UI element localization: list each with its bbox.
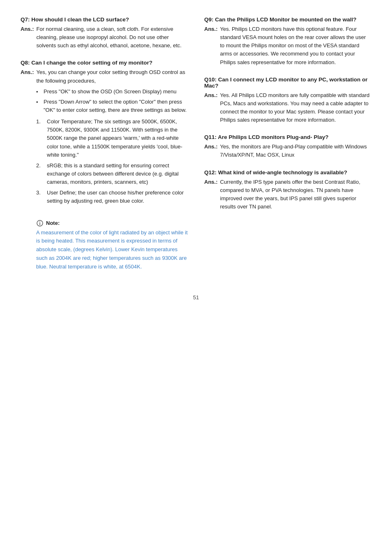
bullet-text-2: Press "Down Arrow" to select the option … bbox=[44, 98, 188, 114]
q11-text: Q11: Are Philips LCD monitors Plug-and- … bbox=[204, 134, 329, 140]
page-number: 51 bbox=[21, 294, 371, 301]
q8-text: Q8: Can I change the color setting of my… bbox=[21, 60, 152, 66]
q8-bullet-list: • Press "OK" to show the OSD (On Screen … bbox=[36, 88, 188, 114]
q8-numbered-list: 1. Color Temperature; The six settings a… bbox=[36, 118, 188, 205]
q12-answer-label: Ans.: bbox=[204, 178, 218, 211]
num-1: 1. bbox=[36, 118, 44, 159]
bullet-dot-2: • bbox=[36, 98, 41, 114]
bullet-dot-1: • bbox=[36, 88, 41, 96]
q12-question: Q12: What kind of wide-angle technology … bbox=[204, 169, 371, 176]
q11-question: Q11: Are Philips LCD monitors Plug-and- … bbox=[204, 134, 371, 140]
bullet-text-1: Press "OK" to show the OSD (On Screen Di… bbox=[44, 88, 177, 96]
q7-answer-label: Ans.: bbox=[21, 25, 34, 50]
right-column: Q9: Can the Philips LCD Monitor be mount… bbox=[204, 16, 371, 278]
q10-text: Q10: Can I connect my LCD monitor to any… bbox=[204, 76, 371, 89]
numbered-text-2: sRGB; this is a standard setting for ens… bbox=[47, 162, 188, 186]
numbered-item-2: 2. sRGB; this is a standard setting for … bbox=[36, 162, 188, 186]
q9-block: Q9: Can the Philips LCD Monitor be mount… bbox=[204, 16, 371, 69]
note-text: A measurement of the color of light radi… bbox=[36, 229, 188, 271]
q11-answer-text: Yes, the monitors are Plug-and-Play comp… bbox=[220, 143, 372, 159]
q10-question: Q10: Can I connect my LCD monitor to any… bbox=[204, 76, 371, 89]
q10-answer-label: Ans.: bbox=[204, 91, 218, 125]
q12-text: Q12: What kind of wide-angle technology … bbox=[204, 169, 347, 176]
q10-block: Q10: Can I connect my LCD monitor to any… bbox=[204, 76, 371, 127]
q7-answer-text: For normal cleaning, use a clean, soft c… bbox=[37, 25, 188, 50]
num-2: 2. bbox=[36, 162, 44, 186]
q8-block: Q8: Can I change the color setting of my… bbox=[21, 60, 188, 208]
q7-answer: Ans.: For normal cleaning, use a clean, … bbox=[21, 25, 188, 50]
q7-text: Q7: How should I clean the LCD surface? bbox=[21, 16, 129, 23]
numbered-text-1: Color Temperature; The six settings are … bbox=[47, 118, 188, 159]
q9-question: Q9: Can the Philips LCD Monitor be mount… bbox=[204, 16, 371, 23]
q11-answer: Ans.: Yes, the monitors are Plug-and-Pla… bbox=[204, 143, 371, 159]
page-layout: Q7: How should I clean the LCD surface? … bbox=[21, 16, 371, 278]
q11-block: Q11: Are Philips LCD monitors Plug-and- … bbox=[204, 134, 371, 162]
q10-answer-text: Yes. All Philips LCD monitors are fully … bbox=[220, 91, 372, 125]
q9-answer-text: Yes. Philips LCD monitors have this opti… bbox=[220, 25, 372, 67]
q12-answer-text: Currently, the IPS type panels offer the… bbox=[220, 178, 372, 211]
numbered-item-1: 1. Color Temperature; The six settings a… bbox=[36, 118, 188, 159]
left-column: Q7: How should I clean the LCD surface? … bbox=[21, 16, 188, 278]
q9-answer-label: Ans.: bbox=[204, 25, 218, 67]
q9-answer: Ans.: Yes. Philips LCD monitors have thi… bbox=[204, 25, 371, 67]
q11-answer-label: Ans.: bbox=[204, 143, 218, 159]
note-icon bbox=[36, 220, 44, 227]
q8-answer: Ans.: Yes, you can change your color set… bbox=[21, 68, 188, 85]
note-header: Note: bbox=[36, 220, 188, 227]
q8-question: Q8: Can I change the color setting of my… bbox=[21, 60, 188, 66]
q12-answer: Ans.: Currently, the IPS type panels off… bbox=[204, 178, 371, 211]
numbered-item-3: 3. User Define; the user can choose his/… bbox=[36, 189, 188, 205]
note-block: Note: A measurement of the color of ligh… bbox=[36, 220, 188, 271]
q7-question: Q7: How should I clean the LCD surface? bbox=[21, 16, 188, 23]
q10-answer: Ans.: Yes. All Philips LCD monitors are … bbox=[204, 91, 371, 125]
q8-answer-label: Ans.: bbox=[21, 68, 34, 85]
bullet-item-1: • Press "OK" to show the OSD (On Screen … bbox=[36, 88, 188, 96]
q9-text: Q9: Can the Philips LCD Monitor be mount… bbox=[204, 16, 357, 23]
note-label: Note: bbox=[46, 220, 60, 226]
numbered-text-3: User Define; the user can choose his/her… bbox=[47, 189, 188, 205]
num-3: 3. bbox=[36, 189, 44, 205]
q7-block: Q7: How should I clean the LCD surface? … bbox=[21, 16, 188, 52]
svg-point-2 bbox=[39, 221, 40, 222]
q12-block: Q12: What kind of wide-angle technology … bbox=[204, 169, 371, 214]
q8-answer-text: Yes, you can change your color setting t… bbox=[37, 68, 188, 85]
bullet-item-2: • Press "Down Arrow" to select the optio… bbox=[36, 98, 188, 114]
